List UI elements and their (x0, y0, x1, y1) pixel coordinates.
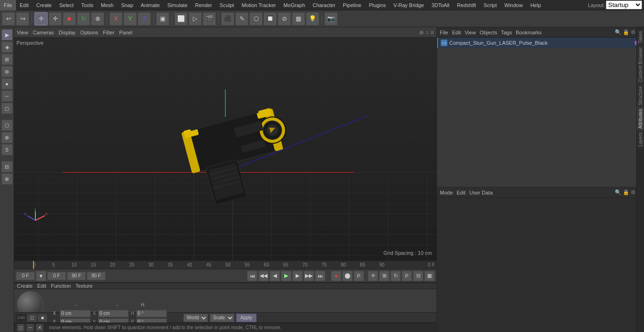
bend-button[interactable]: 🔲 (264, 12, 277, 25)
menu-edit[interactable]: Edit (16, 0, 33, 10)
camera-button[interactable]: 📷 (324, 12, 338, 25)
mode-model[interactable]: ▶ (1, 29, 13, 40)
om-lock-icon[interactable]: 🔒 (623, 29, 629, 35)
axis-x-button[interactable]: X (109, 12, 123, 25)
mode-edge[interactable]: ─ (1, 90, 13, 102)
attrs-edit[interactable]: Edit (457, 190, 466, 195)
play-button[interactable]: ▶ (281, 271, 291, 281)
frame-end-input[interactable] (67, 272, 86, 280)
menu-file[interactable]: File (0, 0, 16, 10)
light-button[interactable]: 💡 (306, 12, 319, 25)
poly-button[interactable]: ⬡ (249, 12, 263, 25)
viewport-menu-icon[interactable]: ≡ (430, 29, 434, 36)
timeline-grid-button[interactable]: ⊟ (413, 271, 423, 281)
om-file[interactable]: File (440, 30, 448, 35)
apply-button[interactable]: Apply (236, 314, 256, 322)
viewport[interactable]: View Cameras Display Options Filter Pane… (14, 27, 437, 260)
vtab-structure[interactable]: Structure (637, 84, 644, 107)
tool-brush[interactable]: ⊕ (1, 132, 13, 143)
step-frame-fwd-button[interactable]: ▶ (292, 271, 303, 281)
menu-redshift[interactable]: Redshift (453, 0, 479, 10)
vtab-content-browser[interactable]: Content Browser (637, 45, 644, 84)
keyframe-move-button[interactable]: ✛ (368, 271, 378, 281)
om-tags[interactable]: Tags (501, 30, 512, 35)
mode-sculpt[interactable]: ⊛ (1, 66, 13, 77)
mat-edit[interactable]: Edit (37, 283, 46, 289)
axis-z-button[interactable]: Z (138, 12, 151, 25)
cube-button[interactable]: ⬛ (221, 12, 234, 25)
scale-select[interactable]: Scale (210, 314, 234, 322)
menu-motion-tracker[interactable]: Motion Tracker (238, 0, 280, 10)
menu-snap[interactable]: Snap (117, 0, 137, 10)
go-to-end-button[interactable]: ⏭ (315, 271, 325, 281)
h-input[interactable] (136, 310, 167, 317)
mode-poly[interactable]: ◻ (1, 103, 13, 114)
menu-select[interactable]: Select (56, 0, 78, 10)
render-mode-icon[interactable]: ◻ (27, 314, 37, 322)
om-objects[interactable]: Objects (479, 30, 497, 35)
keyframe-rot-button[interactable]: ↻ (390, 271, 401, 281)
tool-floor[interactable]: ⊟ (1, 161, 13, 172)
viewport-panel-menu[interactable]: Panel (119, 30, 132, 35)
viewport-canvas[interactable]: Perspective X Y Z Grid Spacing : 10 cm (14, 38, 437, 260)
keyframe-scale-button[interactable]: ⊞ (379, 271, 389, 281)
viewport-expand-icon[interactable]: ⊕ (419, 29, 424, 36)
attrs-lock-icon[interactable]: 🔒 (623, 189, 629, 195)
step-fwd-button[interactable]: ▶▶ (304, 271, 314, 281)
tool-live-select[interactable]: ⬡ (1, 120, 13, 131)
om-view[interactable]: View (465, 30, 476, 35)
timeline-ruler[interactable]: 0 5 10 15 20 25 30 35 40 45 50 55 60 65 … (14, 261, 437, 269)
viewport-filter-menu[interactable]: Filter (103, 30, 114, 35)
scale-tool-button[interactable]: ■ (63, 12, 76, 25)
world-select[interactable]: World (183, 314, 208, 322)
om-edit[interactable]: Edit (452, 30, 461, 35)
axis-y-button[interactable]: Y (124, 12, 137, 25)
menu-mograph[interactable]: MoGraph (280, 0, 309, 10)
menu-mesh[interactable]: Mesh (97, 0, 117, 10)
transform-tool-button[interactable]: ⊕ (91, 12, 104, 25)
mat-create[interactable]: Create (17, 283, 33, 289)
vtab-attributes[interactable]: Attributes (637, 107, 644, 130)
render-region-button[interactable]: ⬜ (174, 12, 188, 25)
mode-texture[interactable]: ◈ (1, 41, 13, 53)
record-button[interactable]: ● (331, 271, 341, 281)
status-layer-icon[interactable]: ◻ (17, 324, 25, 332)
om-config-icon[interactable]: ⚙ (631, 29, 636, 35)
undo-button[interactable]: ↩ (2, 12, 15, 25)
om-bookmarks[interactable]: Bookmarks (516, 30, 542, 35)
object-button[interactable]: ▣ (156, 12, 169, 25)
mode-vertex[interactable]: ● (1, 78, 13, 89)
timeline-mode-button[interactable]: ▦ (424, 271, 435, 281)
menu-create[interactable]: Create (33, 0, 56, 10)
mode-uvw[interactable]: ⊞ (1, 54, 13, 65)
viewport-view-menu[interactable]: View (17, 30, 28, 35)
viewport-options-menu[interactable]: Options (80, 30, 98, 35)
tool-axis[interactable]: ⊕ (1, 173, 13, 185)
display-mode-icon[interactable]: ■ (38, 314, 47, 322)
attrs-search-icon[interactable]: 🔍 (615, 189, 621, 195)
sketch-button[interactable]: ⊘ (278, 12, 291, 25)
redo-button[interactable]: ↪ (16, 12, 29, 25)
frame-end2-input[interactable] (87, 272, 106, 280)
vtab-layers[interactable]: Layers (637, 130, 644, 148)
timeline-cursor[interactable] (33, 261, 34, 269)
menu-plugins[interactable]: Plugins (365, 0, 389, 10)
render-active-button[interactable]: ▷ (189, 12, 202, 25)
attrs-config-icon[interactable]: ⚙ (631, 189, 636, 195)
x-pos-input[interactable] (60, 310, 91, 317)
om-search-icon[interactable]: 🔍 (615, 29, 621, 35)
move-tool-button[interactable]: ✛ (49, 12, 62, 25)
frame-start-input[interactable] (47, 272, 66, 280)
current-frame-input[interactable] (16, 272, 35, 280)
auto-key-button[interactable]: ⬤ (342, 271, 353, 281)
step-back-button[interactable]: ◀◀ (258, 271, 269, 281)
status-close-icon[interactable]: ✕ (36, 324, 43, 332)
menu-tools[interactable]: Tools (77, 0, 97, 10)
frame-step-down[interactable]: ▼ (36, 271, 46, 281)
menu-vray[interactable]: V-Ray Bridge (390, 0, 428, 10)
viewport-cameras-menu[interactable]: Cameras (33, 30, 54, 35)
menu-render[interactable]: Render (191, 0, 216, 10)
go-to-start-button[interactable]: ⏮ (247, 271, 257, 281)
menu-script[interactable]: Script (480, 0, 501, 10)
viewport-arrows-icon[interactable]: ↕ (426, 29, 429, 36)
